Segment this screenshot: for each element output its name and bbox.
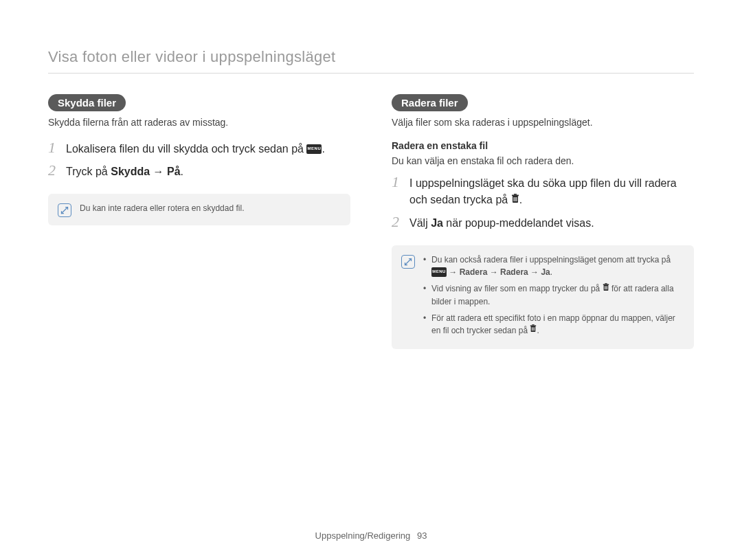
left-column: Skydda filer Skydda filerna från att rad… — [48, 94, 350, 349]
n1-pre: Du kan också radera filer i uppspelnings… — [431, 255, 671, 265]
note-box-left: Du kan inte radera eller rotera en skydd… — [48, 194, 350, 225]
right-column: Radera filer Välja filer som ska raderas… — [392, 94, 694, 349]
svg-rect-11 — [607, 286, 607, 289]
r-step1-a: I uppspelningsläget ska du söka upp file… — [409, 177, 677, 205]
svg-rect-3 — [513, 197, 514, 201]
menu-icon: MENU — [431, 267, 447, 277]
right-step-1: 1 I uppspelningsläget ska du söka upp fi… — [392, 175, 694, 209]
section-pill-skydda: Skydda filer — [48, 94, 126, 111]
body-right: Du kan välja en enstaka fil och radera d… — [392, 155, 694, 166]
r-step2-bold: Ja — [431, 217, 443, 229]
trash-icon — [511, 192, 519, 208]
svg-rect-8 — [605, 283, 607, 284]
page-header: Visa foton eller videor i uppspelningslä… — [48, 48, 694, 74]
svg-rect-14 — [532, 325, 535, 326]
n1-bold: → Radera → Radera → Ja — [449, 267, 550, 277]
footer-page-number: 93 — [417, 530, 427, 541]
svg-rect-1 — [512, 194, 519, 196]
trash-icon — [603, 282, 609, 295]
intro-left: Skydda filerna från att raderas av misst… — [48, 117, 350, 128]
page-footer: Uppspelning/Redigering 93 — [0, 530, 742, 541]
note-icon — [58, 203, 71, 217]
n1-post: . — [550, 267, 552, 277]
step-text: Tryck på Skydda → På. — [66, 164, 183, 180]
step2-pre: Tryck på — [66, 166, 111, 177]
menu-icon: MENU — [306, 144, 322, 154]
step-number: 2 — [48, 163, 59, 178]
r-step2-pre: Välj — [409, 217, 431, 229]
note-item-1: Du kan också radera filer i uppspelnings… — [423, 254, 684, 278]
note-item-3: För att radera ett specifikt foto i en m… — [423, 312, 684, 337]
note-icon — [401, 255, 415, 269]
step-text: Välj Ja när popup-meddelandet visas. — [409, 215, 594, 232]
step2-post: . — [181, 166, 183, 177]
note-list-right: Du kan också radera filer i uppspelnings… — [423, 254, 684, 341]
r-step1-b: . — [519, 194, 522, 205]
section-pill-radera: Radera filer — [392, 94, 468, 111]
n3-post: . — [537, 326, 539, 335]
svg-rect-5 — [516, 197, 517, 201]
subhead-right: Radera en enstaka fil — [392, 140, 694, 151]
step-number: 1 — [48, 140, 59, 155]
n3-pre: För att radera ett specifikt foto i en m… — [431, 313, 675, 335]
step2-bold: Skydda → På — [111, 166, 180, 177]
r-step2-post: när popup-meddelandet visas. — [443, 217, 594, 229]
note-box-right: Du kan också radera filer i uppspelnings… — [392, 245, 694, 350]
step-number: 2 — [392, 214, 403, 229]
svg-rect-4 — [515, 197, 515, 201]
step1-pre: Lokalisera filen du vill skydda och tryc… — [66, 143, 306, 155]
svg-rect-9 — [604, 286, 605, 289]
right-step-2: 2 Välj Ja när popup-meddelandet visas. — [392, 214, 694, 232]
left-step-1: 1 Lokalisera filen du vill skydda och tr… — [48, 140, 350, 157]
step-number: 1 — [392, 175, 403, 190]
svg-rect-7 — [603, 284, 608, 285]
svg-rect-16 — [533, 328, 534, 331]
trash-icon — [530, 324, 537, 336]
note-item-2: Vid visning av filer som en mapp trycker… — [423, 282, 684, 308]
step-text: I uppspelningsläget ska du söka upp file… — [409, 175, 694, 209]
footer-section: Uppspelning/Redigering — [315, 530, 411, 541]
svg-rect-10 — [605, 286, 606, 289]
step1-post: . — [322, 143, 324, 155]
left-step-2: 2 Tryck på Skydda → På. — [48, 163, 350, 180]
step-text: Lokalisera filen du vill skydda och tryc… — [66, 141, 325, 157]
intro-right: Välja filer som ska raderas i uppspelnin… — [392, 117, 694, 128]
svg-rect-17 — [535, 328, 535, 331]
note-text-left: Du kan inte radera eller rotera en skydd… — [80, 202, 244, 217]
n2-pre: Vid visning av filer som en mapp trycker… — [431, 284, 603, 293]
svg-rect-13 — [530, 326, 536, 327]
content-columns: Skydda filer Skydda filerna från att rad… — [48, 94, 694, 349]
svg-rect-15 — [532, 328, 532, 331]
svg-rect-2 — [514, 194, 517, 195]
